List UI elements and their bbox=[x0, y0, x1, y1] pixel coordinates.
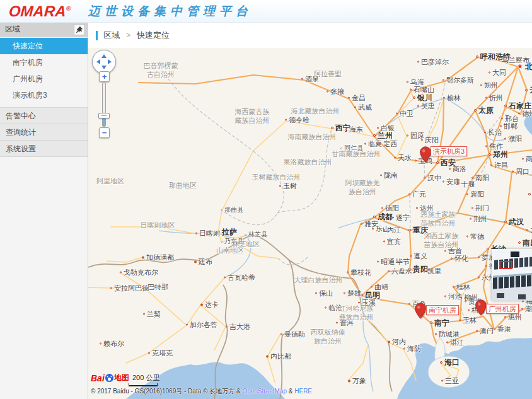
pan-down-arrow-icon[interactable] bbox=[101, 66, 107, 69]
zoom-slider-handle[interactable] bbox=[98, 113, 110, 119]
breadcrumb-accent bbox=[96, 31, 98, 40]
zoom-in-button[interactable]: + bbox=[99, 71, 110, 82]
map-marker-label[interactable]: 南宁机房 bbox=[426, 305, 459, 315]
breadcrumb-root[interactable]: 区域 bbox=[103, 30, 120, 41]
cabinet-dark bbox=[511, 252, 519, 257]
sidebar-sections: 告警中心查询统计系统设置 bbox=[0, 107, 88, 157]
sidebar-item[interactable]: 广州机房 bbox=[0, 71, 88, 87]
sidebar-item[interactable]: 南宁机房 bbox=[0, 54, 88, 71]
zoom-slider-track[interactable] bbox=[102, 83, 106, 127]
here-link[interactable]: HERE bbox=[294, 388, 312, 395]
map-marker-pin[interactable] bbox=[420, 146, 432, 165]
map-scale-bar bbox=[129, 383, 158, 386]
omara-logo: OMARA® bbox=[8, 3, 71, 20]
breadcrumb: 区域 > 快速定位 bbox=[89, 23, 532, 48]
map-scale-label: 200 公里 bbox=[129, 373, 159, 383]
map-canvas[interactable]: ★北京呼和浩特天津石家庄太原银川西宁兰州郑州西安成都武汉重庆长沙南昌贵阳昆明拉萨… bbox=[88, 48, 532, 399]
map-marker-pin[interactable] bbox=[415, 303, 427, 321]
map-attribution: © 2017 Baidu - GS(2016)1069号 - Data © 长地… bbox=[91, 387, 312, 396]
sidebar-item[interactable]: 快速定位 bbox=[0, 38, 88, 54]
breadcrumb-separator: > bbox=[126, 31, 130, 40]
breadcrumb-current: 快速定位 bbox=[137, 30, 170, 41]
pin-icon[interactable] bbox=[74, 24, 85, 35]
sidebar-section[interactable]: 查询统计 bbox=[0, 124, 88, 141]
baidu-ditu-text: 地图 bbox=[114, 373, 129, 383]
cabinet-unit bbox=[497, 293, 504, 298]
map-pan-control[interactable] bbox=[92, 50, 116, 74]
map-base-layer bbox=[88, 48, 532, 399]
sidebar: 区域 快速定位南宁机房广州机房演示机房3 告警中心查询统计系统设置 bbox=[0, 23, 88, 399]
registered-mark: ® bbox=[66, 5, 71, 12]
baidu-maps-logo[interactable]: Bai 地图 bbox=[91, 373, 129, 383]
sidebar-items: 快速定位南宁机房广州机房演示机房3 bbox=[0, 37, 88, 103]
attribution-text: © 2017 Baidu - GS(2016)1069号 - Data © 长地… bbox=[91, 388, 242, 395]
app-header: OMARA® 迈世设备集中管理平台 bbox=[0, 0, 532, 23]
platform-title: 迈世设备集中管理平台 bbox=[88, 3, 252, 20]
map-marker-label[interactable]: 演示机房3 bbox=[431, 146, 467, 156]
map-marker-label[interactable]: 广州机房 bbox=[486, 304, 519, 314]
map-scale-control: 200 公里 bbox=[129, 373, 159, 386]
cabinet-highlight-box bbox=[499, 261, 512, 269]
sidebar-item[interactable]: 演示机房3 bbox=[0, 87, 88, 103]
pan-left-arrow-icon[interactable] bbox=[96, 59, 100, 64]
sidebar-region-label: 区域 bbox=[5, 24, 20, 35]
sidebar-section[interactable]: 系统设置 bbox=[0, 141, 88, 157]
map-marker-pin[interactable] bbox=[475, 299, 487, 318]
zoom-out-button[interactable]: − bbox=[99, 127, 110, 138]
cabinet-row bbox=[493, 273, 532, 289]
sidebar-section[interactable]: 告警中心 bbox=[0, 108, 88, 124]
baidu-logo-text: Bai bbox=[91, 373, 105, 383]
openstreetmap-link[interactable]: OpenStreetMap bbox=[242, 388, 287, 395]
attribution-amp: & bbox=[287, 388, 294, 395]
baidu-paw-icon bbox=[105, 374, 113, 382]
pan-up-arrow-icon[interactable] bbox=[101, 54, 107, 58]
room-3d-thumbnail[interactable] bbox=[492, 249, 532, 301]
pan-right-arrow-icon[interactable] bbox=[108, 59, 112, 64]
sidebar-region-header: 区域 bbox=[0, 23, 88, 37]
